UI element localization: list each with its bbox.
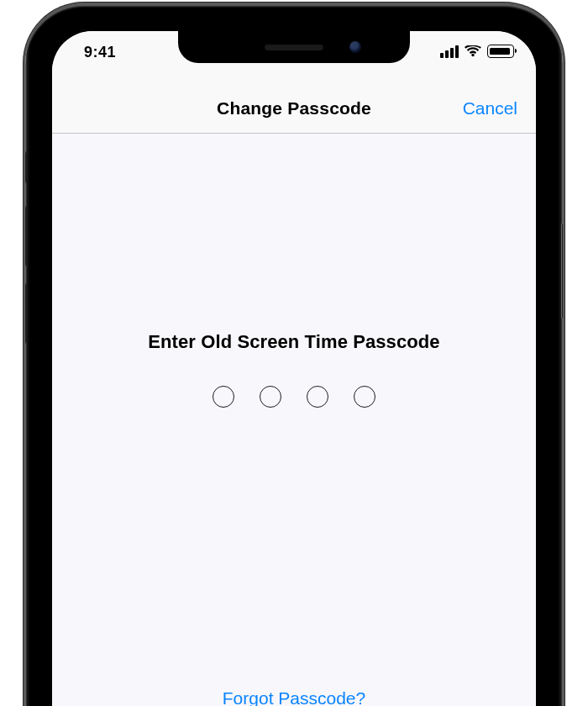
silence-switch[interactable] <box>25 151 26 183</box>
passcode-dot-4 <box>354 386 375 408</box>
phone-notch <box>178 31 410 63</box>
passcode-dot-2 <box>260 386 281 408</box>
speaker-grille-icon <box>265 44 323 50</box>
power-button[interactable] <box>562 223 563 319</box>
volume-up-button[interactable] <box>25 206 26 266</box>
passcode-dot-1 <box>213 386 234 408</box>
content-area: Enter Old Screen Time Passcode Forgot Pa… <box>52 134 536 706</box>
passcode-prompt: Enter Old Screen Time Passcode <box>52 331 536 353</box>
cancel-button[interactable]: Cancel <box>461 93 519 124</box>
passcode-dots[interactable] <box>52 386 536 408</box>
wifi-icon <box>465 45 481 58</box>
phone-screen: 9:41 Change Passcode Cancel E <box>52 31 536 706</box>
volume-down-button[interactable] <box>25 283 26 344</box>
forgot-passcode-button[interactable]: Forgot Passcode? <box>214 682 374 706</box>
phone-bezel: 9:41 Change Passcode Cancel E <box>31 10 557 706</box>
navigation-bar: Change Passcode Cancel <box>52 84 536 134</box>
cellular-bars-icon <box>440 45 459 58</box>
forgot-passcode-area: Forgot Passcode? <box>52 682 536 706</box>
phone-frame: 9:41 Change Passcode Cancel E <box>25 4 563 706</box>
nav-title: Change Passcode <box>217 98 371 119</box>
battery-icon <box>487 45 514 58</box>
front-camera-icon <box>349 41 361 53</box>
passcode-dot-3 <box>307 386 328 408</box>
status-time: 9:41 <box>79 44 116 61</box>
status-right-group <box>440 44 517 58</box>
